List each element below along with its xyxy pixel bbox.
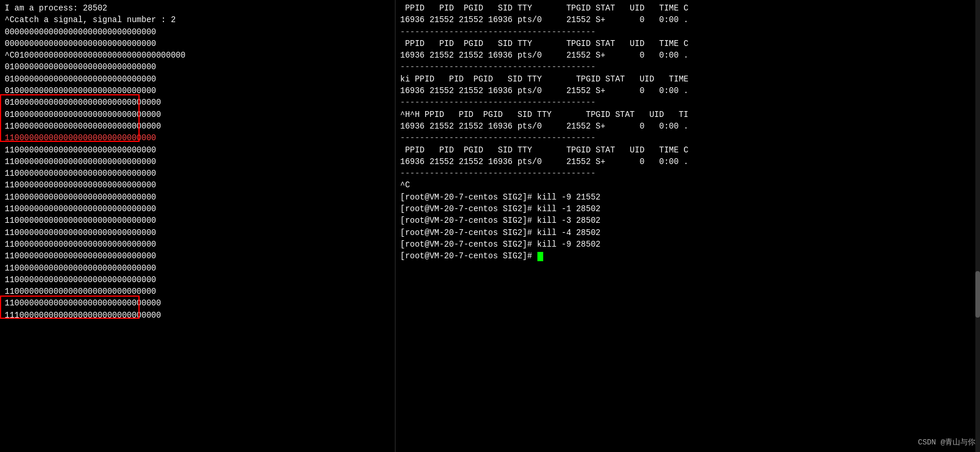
left-line-21: 1100000000000000000000000000000 xyxy=(5,250,390,262)
section-header-1: PPID PID PGID SID TTY TPGID STAT UID TIM… xyxy=(400,38,975,49)
left-line-3: 0000000000000000000000000000000 xyxy=(5,38,390,49)
left-line-26: 11100000000000000000000000000000 xyxy=(5,309,390,321)
left-line-9: 01000000000000000000000000000000 xyxy=(5,109,390,120)
terminal-cursor xyxy=(537,252,543,261)
left-line-15: 1100000000000000000000000000000 xyxy=(5,179,390,191)
left-terminal: I am a process: 28502^Ccatch a signal, s… xyxy=(0,0,395,452)
command-line-3: [root@VM-20-7-centos SIG2]# kill -4 2850… xyxy=(400,227,975,239)
left-line-16: 1100000000000000000000000000000 xyxy=(5,191,390,203)
left-line-20: 1100000000000000000000000000000 xyxy=(5,239,390,250)
section-divider-3: ---------------------------------------- xyxy=(400,132,975,144)
section-header-2: ki PPID PID PGID SID TTY TPGID STAT UID … xyxy=(400,73,975,85)
command-line-4: [root@VM-20-7-centos SIG2]# kill -9 2850… xyxy=(400,239,975,250)
command-line-0: [root@VM-20-7-centos SIG2]# kill -9 2155… xyxy=(400,191,975,203)
left-line-2: 0000000000000000000000000000000 xyxy=(5,26,390,38)
ctrl-c-signal: ^C xyxy=(400,179,975,191)
watermark: CSDN @青山与你 xyxy=(918,437,975,447)
left-line-7: 0100000000000000000000000000000 xyxy=(5,85,390,97)
left-line-6: 0100000000000000000000000000000 xyxy=(5,73,390,85)
left-line-0: I am a process: 28502 xyxy=(5,2,390,14)
left-line-19: 1100000000000000000000000000000 xyxy=(5,227,390,239)
command-line-2: [root@VM-20-7-centos SIG2]# kill -3 2850… xyxy=(400,215,975,226)
section-data-3: 16936 21552 21552 16936 pts/0 21552 S+ 0… xyxy=(400,120,975,132)
section-data-0: 16936 21552 21552 16936 pts/0 21552 S+ 0… xyxy=(400,14,975,26)
scrollbar-thumb[interactable] xyxy=(975,271,980,318)
left-line-11: 1100000000000000000000000000000 xyxy=(5,132,390,144)
left-line-23: 1100000000000000000000000000000 xyxy=(5,274,390,286)
left-line-5: 0100000000000000000000000000000 xyxy=(5,61,390,73)
section-divider-2: ---------------------------------------- xyxy=(400,97,975,108)
right-terminal: PPID PID PGID SID TTY TPGID STAT UID TIM… xyxy=(395,0,980,452)
left-line-22: 1100000000000000000000000000000 xyxy=(5,262,390,274)
command-line-5: [root@VM-20-7-centos SIG2]# xyxy=(400,250,975,262)
left-line-14: 1100000000000000000000000000000 xyxy=(5,168,390,179)
section-data-1: 16936 21552 21552 16936 pts/0 21552 S+ 0… xyxy=(400,49,975,61)
left-line-17: 1100000000000000000000000000000 xyxy=(5,203,390,215)
section-divider-4: ---------------------------------------- xyxy=(400,168,975,179)
scrollbar[interactable] xyxy=(975,0,980,452)
left-line-13: 1100000000000000000000000000000 xyxy=(5,156,390,168)
left-line-10: 11000000000000000000000000000000 xyxy=(5,120,390,132)
left-line-8: 01000000000000000000000000000000 xyxy=(5,97,390,108)
section-data-4: 16936 21552 21552 16936 pts/0 21552 S+ 0… xyxy=(400,156,975,168)
left-line-1: ^Ccatch a signal, signal number : 2 xyxy=(5,14,390,26)
section-divider-0: ---------------------------------------- xyxy=(400,26,975,38)
left-line-24: 1100000000000000000000000000000 xyxy=(5,286,390,297)
left-line-18: 1100000000000000000000000000000 xyxy=(5,215,390,226)
section-header-3: ^H^H PPID PID PGID SID TTY TPGID STAT UI… xyxy=(400,109,975,120)
section-header-4: PPID PID PGID SID TTY TPGID STAT UID TIM… xyxy=(400,144,975,156)
section-data-2: 16936 21552 21552 16936 pts/0 21552 S+ 0… xyxy=(400,85,975,97)
left-line-25: 11000000000000000000000000000000 xyxy=(5,297,390,309)
section-divider-1: ---------------------------------------- xyxy=(400,61,975,73)
section-header-0: PPID PID PGID SID TTY TPGID STAT UID TIM… xyxy=(400,2,975,14)
command-line-1: [root@VM-20-7-centos SIG2]# kill -1 2850… xyxy=(400,203,975,215)
left-line-4: ^C01000000000000000000000000000000000 xyxy=(5,49,390,61)
left-line-12: 1100000000000000000000000000000 xyxy=(5,144,390,156)
